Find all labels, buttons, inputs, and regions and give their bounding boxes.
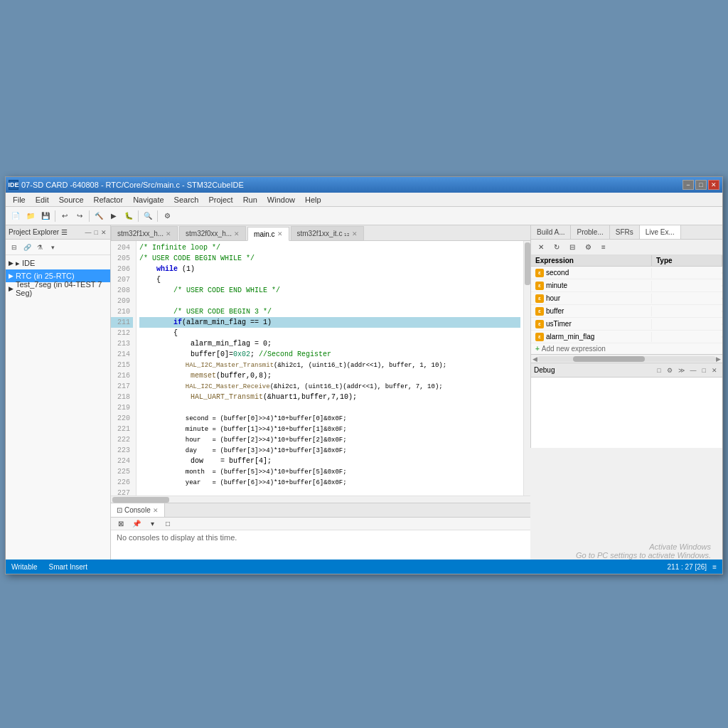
- tab-stm32f0xx-h[interactable]: stm32f0xx_h... ✕: [179, 226, 246, 240]
- tab-main-c[interactable]: main.c ✕: [247, 227, 289, 241]
- toolbar-sep-4: [157, 210, 158, 222]
- tab-close-2[interactable]: ✕: [234, 230, 240, 237]
- menu-source[interactable]: Source: [55, 194, 88, 205]
- scroll-left-btn[interactable]: ◀: [532, 355, 537, 363]
- console-pin-btn[interactable]: 📌: [129, 517, 144, 531]
- sidebar-minimize-btn[interactable]: —: [85, 228, 92, 237]
- sidebar-maximize-btn[interactable]: □: [94, 228, 99, 237]
- ln-226: 226: [111, 477, 133, 488]
- right-tab-live-expr[interactable]: Live Ex...: [640, 225, 681, 239]
- menu-project[interactable]: Project: [204, 194, 237, 205]
- tab-stm32f1xx-h[interactable]: stm32f1xx_h... ✕: [111, 226, 178, 240]
- link-editor-btn[interactable]: 🔗: [21, 242, 33, 253]
- v-scrollbar-thumb[interactable]: [525, 242, 530, 285]
- sidebar-close-btn[interactable]: ✕: [100, 228, 107, 237]
- main-content: Project Explorer ☰ — □ ✕ ⊟ 🔗 ⚗ ▾ ▶: [6, 225, 722, 560]
- tree-label-ide: ▸ IDE: [16, 259, 35, 268]
- menu-run[interactable]: Run: [239, 194, 262, 205]
- expr-row-second[interactable]: ε second: [531, 267, 722, 279]
- build-btn[interactable]: 🔨: [92, 209, 106, 223]
- expr-settings-btn[interactable]: ⚙: [581, 240, 595, 255]
- expr-row-alarm-flag[interactable]: ε alarm_min_flag: [531, 331, 722, 343]
- debug-maximize-btn[interactable]: □: [700, 366, 708, 375]
- ln-227: 227: [111, 488, 133, 496]
- debug-btn[interactable]: 🐛: [122, 209, 136, 223]
- sidebar-header-controls: — □ ✕: [85, 228, 107, 237]
- collapse-all-btn[interactable]: ⊟: [9, 242, 20, 253]
- add-expression-btn[interactable]: + Add new expression: [531, 343, 722, 354]
- right-tab-problems[interactable]: Proble...: [571, 225, 609, 239]
- debug-stop-btn[interactable]: □: [655, 366, 663, 375]
- tree-item-test7seg[interactable]: ▶ Test_7seg (in 04-TEST 7 Seg): [6, 282, 110, 295]
- undo-btn[interactable]: ↩: [58, 209, 72, 223]
- menu-navigate[interactable]: Navigate: [129, 194, 168, 205]
- settings-btn[interactable]: ⚙: [160, 209, 174, 223]
- expr-label-hour: hour: [546, 294, 560, 302]
- vertical-scrollbar[interactable]: [523, 241, 530, 496]
- expr-collapse-btn[interactable]: ⊟: [565, 240, 579, 255]
- tab-close-1[interactable]: ✕: [166, 230, 171, 237]
- debug-controls: □ ⚙ ≫ — □ ✕: [655, 366, 719, 375]
- filter-btn[interactable]: ⚗: [34, 242, 46, 253]
- debug-settings-btn[interactable]: ⚙: [665, 366, 675, 375]
- menu-file[interactable]: File: [9, 194, 30, 205]
- menu-edit[interactable]: Edit: [31, 194, 53, 205]
- debug-more-btn[interactable]: ≫: [676, 366, 687, 375]
- right-panel-h-scrollbar[interactable]: ◀ ▶: [531, 354, 722, 363]
- expr-delete-btn[interactable]: ✕: [534, 240, 548, 255]
- expr-type-hour: [652, 298, 722, 299]
- expr-type-minute: [652, 285, 722, 287]
- expr-icon-ustimer: ε: [535, 320, 544, 328]
- scrollbar-track[interactable]: [537, 356, 716, 362]
- code-content[interactable]: /* Infinite loop */ /* USER CODE BEGIN W…: [136, 241, 523, 496]
- code-line-219: [139, 402, 520, 413]
- console-clear-btn[interactable]: ⊠: [114, 517, 128, 531]
- expr-more-btn[interactable]: ≡: [596, 240, 611, 255]
- maximize-button[interactable]: □: [695, 180, 707, 190]
- code-editor[interactable]: 204 205 206 207 208 209 210 211 212 213 …: [111, 241, 530, 503]
- open-btn[interactable]: 📁: [23, 209, 38, 223]
- ln-224: 224: [111, 456, 133, 466]
- expr-type-second: [652, 272, 722, 274]
- h-scrollbar-thumb[interactable]: [112, 497, 169, 503]
- title-bar: IDE 07-SD CARD -640808 - RTC/Core/Src/ma…: [6, 177, 722, 193]
- menu-search[interactable]: Search: [170, 194, 203, 205]
- view-menu-btn[interactable]: ▾: [47, 242, 58, 253]
- minimize-button[interactable]: −: [682, 180, 694, 190]
- save-btn[interactable]: 💾: [38, 209, 53, 223]
- console-view-btn[interactable]: ▾: [145, 517, 159, 531]
- right-tab-sfrs[interactable]: SFRs: [610, 225, 640, 239]
- menu-refactor[interactable]: Refactor: [90, 194, 128, 205]
- menu-window[interactable]: Window: [263, 194, 299, 205]
- right-tab-build[interactable]: Build A...: [531, 225, 571, 239]
- menu-help[interactable]: Help: [301, 194, 326, 205]
- console-tab-close[interactable]: ✕: [153, 507, 159, 514]
- expr-row-buffer[interactable]: ε buffer: [531, 305, 722, 318]
- expr-row-minute[interactable]: ε minute: [531, 279, 722, 292]
- tree-item-ide[interactable]: ▶ ▸ IDE: [6, 257, 110, 269]
- run-btn[interactable]: ▶: [107, 209, 121, 223]
- debug-close-btn[interactable]: ✕: [710, 366, 719, 375]
- console-tab[interactable]: ⊡ Console ✕: [111, 503, 165, 517]
- expr-row-hour[interactable]: ε hour: [531, 292, 722, 305]
- status-position: 211 : 27 [26]: [668, 563, 707, 571]
- ln-222: 222: [111, 434, 133, 445]
- new-btn[interactable]: 📄: [9, 209, 23, 223]
- expr-row-ustimer[interactable]: ε usTimer: [531, 318, 722, 331]
- console-max-btn[interactable]: □: [161, 517, 175, 531]
- close-button[interactable]: ✕: [708, 180, 719, 190]
- tab-stm32f1xx-it[interactable]: stm32f1xx_it.c ₁₂ ✕: [291, 226, 365, 240]
- scroll-right-btn[interactable]: ▶: [716, 355, 721, 363]
- horizontal-scrollbar[interactable]: [111, 496, 530, 503]
- tab-close-3[interactable]: ✕: [277, 230, 283, 237]
- expr-icon-alarm-flag: ε: [535, 333, 544, 341]
- redo-btn[interactable]: ↪: [73, 209, 87, 223]
- add-expr-label: Add new expression: [542, 345, 606, 353]
- expr-refresh-btn[interactable]: ↻: [550, 240, 564, 255]
- status-menu-btn[interactable]: ≡: [712, 563, 717, 571]
- tab-close-4[interactable]: ✕: [352, 230, 358, 237]
- code-scroll-area: 204 205 206 207 208 209 210 211 212 213 …: [111, 241, 530, 496]
- debug-minimize-btn[interactable]: —: [688, 366, 699, 375]
- search-btn[interactable]: 🔍: [141, 209, 155, 223]
- scrollbar-thumb[interactable]: [573, 356, 644, 362]
